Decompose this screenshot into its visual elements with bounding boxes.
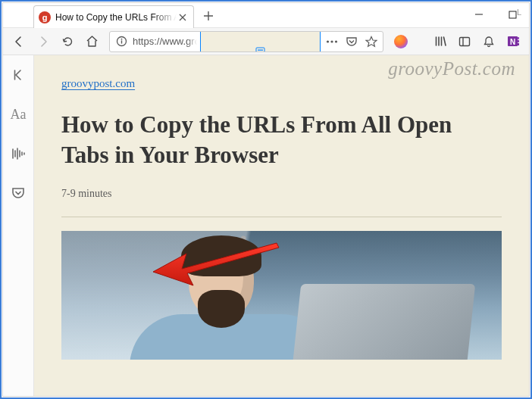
svg-point-2 [120,39,122,40]
back-button[interactable] [8,30,30,53]
svg-rect-8 [460,37,470,45]
forward-button[interactable] [32,30,55,53]
favicon-icon: g [39,11,51,23]
sidebars-icon[interactable] [453,30,476,53]
article-domain-link[interactable]: groovypost.com [61,77,135,89]
svg-rect-13 [518,43,519,45]
svg-point-5 [327,40,329,42]
reader-view-icon[interactable] [200,31,321,52]
close-tab-icon[interactable] [177,11,189,23]
svg-point-6 [330,40,333,42]
narrate-icon[interactable] [6,142,30,166]
reader-view-content: groovyPost.com groovypost.com How to Cop… [34,55,529,396]
notification-bell-icon[interactable] [477,30,500,53]
svg-rect-0 [509,11,516,18]
pocket-icon[interactable] [343,33,360,50]
watermark-text: groovyPost.com [388,58,515,79]
hero-image [61,231,502,360]
svg-rect-3 [120,40,121,43]
tab-title: How to Copy the URLs From All Open Tabs … [55,12,177,23]
firefox-logo-icon[interactable] [390,30,412,53]
site-info-icon[interactable] [113,33,130,50]
window-corner-text: L [517,8,521,17]
type-controls-button[interactable]: Aa [6,102,30,126]
url-bar[interactable]: https://www.groovypost.com [109,31,383,52]
window-minimize-button[interactable] [462,3,496,26]
tab-strip: g How to Copy the URLs From All Open Tab… [3,3,529,28]
content-divider [61,217,502,217]
reader-sidebar: Aa [3,55,34,396]
window-maximize-button[interactable] [496,3,529,26]
svg-rect-12 [518,40,519,42]
save-pocket-icon[interactable] [6,181,30,205]
browser-tab[interactable]: g How to Copy the URLs From All Open Tab… [33,5,194,28]
home-button[interactable] [80,30,103,53]
reload-button[interactable] [56,30,79,53]
svg-point-7 [335,40,337,42]
onenote-extension-icon[interactable]: N [502,30,524,53]
bookmark-star-icon[interactable] [363,33,380,50]
svg-rect-11 [518,37,519,39]
close-reader-icon[interactable] [6,63,30,87]
new-tab-button[interactable] [197,5,220,27]
library-icon[interactable] [429,30,452,53]
read-time: 7-9 minutes [61,188,502,200]
url-text: https://www.groovypost.com [133,36,197,47]
nav-toolbar: https://www.groovypost.com [3,28,529,55]
article-title: How to Copy the URLs From All Open Tabs … [61,110,502,170]
page-actions-icon[interactable] [324,33,340,50]
svg-text:N: N [509,38,515,46]
